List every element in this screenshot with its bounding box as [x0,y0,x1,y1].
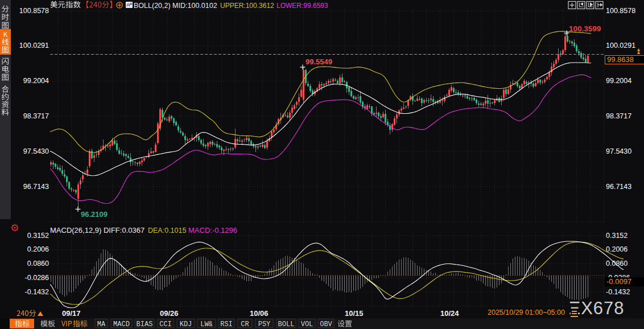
svg-text:CCI: CCI [159,320,172,328]
svg-text:LW&: LW& [200,320,213,328]
svg-text:KDJ: KDJ [180,320,192,328]
svg-text:CR: CR [241,320,249,328]
svg-text:OBV: OBV [320,320,332,328]
svg-text:BOLL: BOLL [278,320,295,328]
svg-text:PSY: PSY [258,320,271,328]
svg-text:BIAS: BIAS [137,320,153,328]
svg-text:MACD: MACD [113,320,130,328]
svg-text:RSI: RSI [220,320,233,328]
svg-text:VOL: VOL [301,320,313,328]
svg-text:MA: MA [97,320,106,328]
